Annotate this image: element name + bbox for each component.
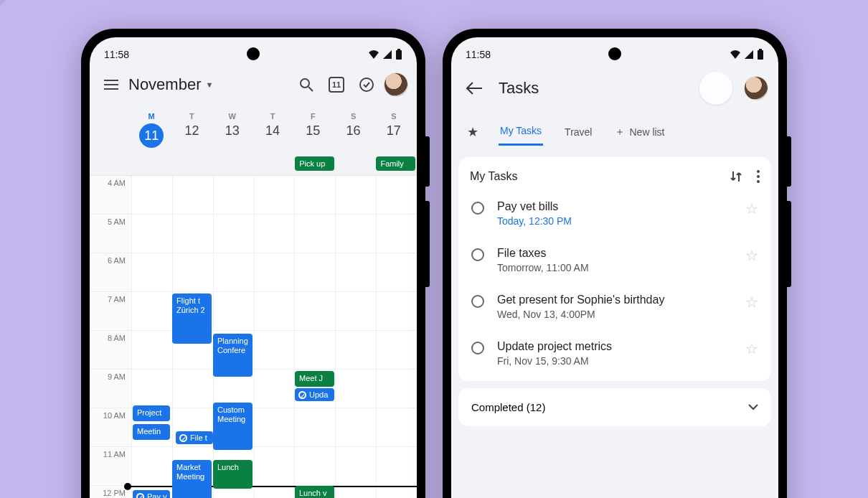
star-icon[interactable]: ☆ <box>745 293 758 311</box>
day-tue[interactable]: T12 <box>171 108 212 155</box>
battery-icon <box>757 49 764 60</box>
wifi-icon <box>368 50 379 60</box>
tab-travel[interactable]: Travel <box>563 119 593 145</box>
task-row[interactable]: File taxes Tomorrow, 11:00 AM ☆ <box>470 237 760 283</box>
star-icon[interactable]: ☆ <box>745 200 758 217</box>
today-button[interactable]: 11 <box>324 72 349 98</box>
hour-label: 9 AM <box>90 370 131 408</box>
task-title: Pay vet bills <box>497 200 732 213</box>
clock-text: 11:58 <box>104 49 129 60</box>
month-dropdown[interactable]: November ▼ <box>128 75 213 94</box>
task-checkbox[interactable] <box>471 342 484 354</box>
more-icon[interactable] <box>757 170 760 183</box>
task-checkbox[interactable] <box>471 295 484 308</box>
svg-point-8 <box>757 175 760 178</box>
svg-point-9 <box>757 180 760 183</box>
event-market[interactable]: Market Meeting <box>172 460 212 498</box>
star-icon[interactable]: ☆ <box>745 247 758 264</box>
tab-newlist[interactable]: ＋ New list <box>613 118 666 146</box>
svg-rect-5 <box>758 50 763 60</box>
task-check-icon <box>179 434 187 442</box>
hour-label: 10 AM <box>90 408 131 446</box>
status-bar: 11:58 <box>451 37 778 66</box>
svg-point-4 <box>360 78 373 91</box>
event-flight[interactable]: Flight t Zürich 2 <box>172 293 212 344</box>
task-check-icon <box>298 391 306 399</box>
svg-point-2 <box>301 79 309 88</box>
star-icon[interactable]: ☆ <box>745 340 758 357</box>
tasks-toggle-icon[interactable] <box>354 72 379 98</box>
task-payv[interactable]: Pay v <box>133 490 170 498</box>
task-row[interactable]: Get present for Sophie's birthday Wed, N… <box>470 283 760 330</box>
battery-icon <box>395 49 402 60</box>
completed-label: Completed (12) <box>471 401 545 413</box>
hour-label: 4 AM <box>90 176 131 214</box>
wifi-icon <box>730 50 741 60</box>
phone-tasks: 11:58 Tasks ★ My Tasks Travel <box>443 29 787 498</box>
task-update[interactable]: Upda <box>295 388 334 401</box>
event-meetj[interactable]: Meet J <box>295 371 334 387</box>
plus-icon: ＋ <box>615 126 625 138</box>
svg-line-3 <box>308 87 313 91</box>
day-mon[interactable]: M11 <box>131 108 171 155</box>
starred-tab-icon[interactable]: ★ <box>467 124 478 140</box>
task-check-icon <box>136 493 144 499</box>
chevron-down-icon <box>748 404 758 410</box>
month-label: November <box>128 75 201 94</box>
task-subtitle: Wed, Nov 13, 4:00PM <box>497 309 732 320</box>
search-icon[interactable] <box>293 72 319 98</box>
phone-calendar: 11:58 November ▼ <box>81 29 425 498</box>
tabs-row: ★ My Tasks Travel ＋ New list <box>451 115 778 146</box>
task-title: File taxes <box>497 247 732 260</box>
back-icon[interactable] <box>461 75 487 101</box>
hour-label: 8 AM <box>90 331 131 369</box>
completed-section[interactable]: Completed (12) <box>458 388 771 426</box>
hour-label: 5 AM <box>90 215 131 253</box>
allday-row: Pick up Family <box>90 155 417 175</box>
task-checkbox[interactable] <box>471 248 484 261</box>
day-sat[interactable]: S16 <box>333 108 373 155</box>
status-bar: 11:58 <box>90 37 417 66</box>
week-header: M11 T12 W13 T14 F15 S16 S17 <box>90 108 417 155</box>
time-grid[interactable]: 4 AM 5 AM 6 AM 7 AM 8 AM 9 AM 10 AM 11 A… <box>90 175 417 498</box>
page-title: Tasks <box>499 79 539 98</box>
tab-mytasks[interactable]: My Tasks <box>499 118 543 146</box>
signal-icon <box>382 50 392 60</box>
signal-icon <box>744 50 754 60</box>
day-fri[interactable]: F15 <box>293 108 333 155</box>
chevron-down-icon: ▼ <box>205 80 213 89</box>
tasks-card: My Tasks Pay vet bills Today, 12:30 PM ☆ <box>458 157 771 381</box>
day-wed[interactable]: W13 <box>212 108 253 155</box>
hour-label: 6 AM <box>90 253 131 291</box>
svg-rect-6 <box>759 49 762 50</box>
hour-label: 11 AM <box>90 447 131 485</box>
task-subtitle: Tomorrow, 11:00 AM <box>497 262 732 273</box>
day-thu[interactable]: T14 <box>253 108 293 155</box>
task-checkbox[interactable] <box>471 202 484 215</box>
event-meeting[interactable]: Meetin <box>133 424 170 440</box>
today-chip[interactable] <box>699 72 732 105</box>
sort-icon[interactable] <box>730 170 742 183</box>
svg-point-7 <box>757 170 760 173</box>
clock-text: 11:58 <box>466 49 491 60</box>
task-title: Get present for Sophie's birthday <box>497 293 732 306</box>
svg-rect-0 <box>396 50 402 60</box>
avatar[interactable] <box>384 72 408 97</box>
event-lunch[interactable]: Lunch <box>213 460 253 489</box>
svg-rect-1 <box>397 49 400 50</box>
task-row[interactable]: Update project metrics Fri, Nov 15, 9:30… <box>470 330 760 377</box>
hour-label: 7 AM <box>90 292 131 330</box>
allday-event[interactable]: Family <box>376 156 415 171</box>
task-row[interactable]: Pay vet bills Today, 12:30 PM ☆ <box>470 190 760 237</box>
allday-event[interactable]: Pick up <box>295 156 334 171</box>
event-custom[interactable]: Custom Meeting <box>213 403 253 450</box>
avatar[interactable] <box>744 76 768 100</box>
menu-icon[interactable] <box>98 72 124 98</box>
task-title: Update project metrics <box>497 340 732 353</box>
day-sun[interactable]: S17 <box>374 108 414 155</box>
event-planning[interactable]: Planning Confere <box>213 334 253 377</box>
task-subtitle: Today, 12:30 PM <box>497 215 732 227</box>
task-file[interactable]: File t <box>176 431 213 444</box>
event-lunchv[interactable]: Lunch v <box>295 486 334 498</box>
event-project[interactable]: Project <box>133 405 170 421</box>
